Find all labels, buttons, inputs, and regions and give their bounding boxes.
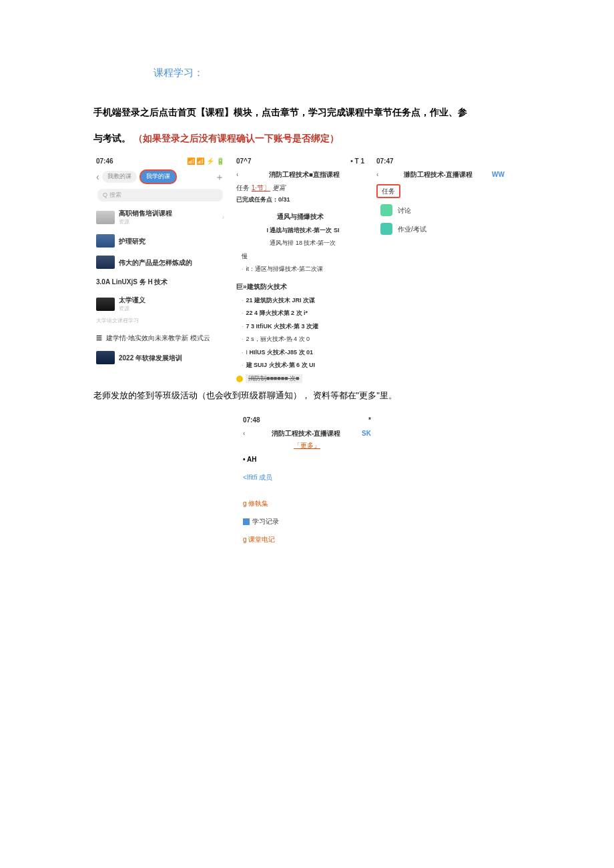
status-dot-icon [236, 376, 243, 382]
chapter-item[interactable]: ·21 建筑防火技木 JRI 次谋 [234, 294, 367, 308]
screenshot-3: 07:47 ‹ 濉防工程技术-直播课程 WW 任务 讨论 作业/考试 [374, 155, 507, 385]
chapter-item[interactable]: I 通战与踏培技术-第一次 SI [234, 224, 367, 238]
folder-label: 建学情·地实效向未来教学新 模式云 [106, 333, 210, 343]
search-input[interactable]: Q 搜索 [97, 189, 223, 202]
course-thumb [96, 234, 115, 248]
more-item-notes[interactable]: g 课堂电记 [240, 530, 374, 548]
chapter-item[interactable]: 通风与排 18 技术-第一次 [234, 237, 367, 250]
homework-icon [380, 223, 392, 235]
back-icon[interactable]: ‹ [96, 170, 99, 184]
tab-my-learning[interactable]: 我学的课 [139, 169, 177, 184]
back-icon[interactable]: ‹ [376, 169, 378, 179]
chapter-item[interactable]: ·I HIlUS 火技术-J85 次 01 [234, 346, 367, 360]
record-icon [243, 518, 250, 525]
progress-text: 已完成任务点：0/31 [234, 194, 367, 206]
screenshot-4-wrap: 07:48 * ‹ 消防工程技术-直播课程 SK 「更多」 • AH <Ifit… [93, 414, 521, 548]
screenshot-4: 07:48 * ‹ 消防工程技术-直播课程 SK 「更多」 • AH <Ifit… [240, 414, 374, 548]
discuss-icon [380, 204, 392, 216]
feature-discuss[interactable]: 讨论 [374, 201, 507, 220]
course-thumb [96, 298, 115, 311]
task-more[interactable]: 更富 [272, 184, 286, 191]
section-title: 课程学习： [154, 67, 521, 79]
instruction-line2a: 与考试。 [93, 133, 131, 143]
more-item-collection[interactable]: g 修執集 [240, 494, 374, 512]
tab-my-teaching[interactable]: 我教的课 [102, 171, 137, 183]
instruction-warning: （如果登录之后没有课程确认一下账号是否绑定） [133, 133, 339, 143]
more-item-label: 学习记录 [252, 518, 279, 525]
status-time: 07:48 [243, 415, 260, 425]
course-sub: 资源 [119, 218, 218, 226]
screenshot-2: 07^7 • T 1 ‹ 消防工程技术■直指课程 任务 1·节〕 更富 已完成任… [234, 155, 367, 385]
chapter-item[interactable]: ·建 SUIJ 火技术-第 6 次 UI [234, 359, 367, 372]
chapter-item[interactable]: ·it：通区与排爆技术-第二次课 [234, 263, 367, 276]
course-thumb [96, 256, 115, 269]
chapter-item-struck[interactable]: 消防制■■■■■■ 次■ [234, 372, 367, 386]
course-thumb [96, 211, 115, 224]
feature-label: 作业/考试 [398, 224, 426, 234]
chevron-right-icon: › [222, 212, 224, 222]
task-row: 任务 1·节〕 更富 [234, 181, 367, 194]
task-button-wrap: 任务 [374, 181, 507, 201]
status-time: 07^7 [236, 156, 252, 166]
course-item-3[interactable]: 伟大的产品是怎样炼成的 [93, 252, 227, 273]
top-nav: ‹ 我教的课 我学的课 ＋ [93, 167, 227, 186]
task-label: 任务 [236, 184, 250, 191]
more-item-records[interactable]: 学习记录 [240, 512, 374, 530]
instruction-line2: 与考试。 （如果登录之后没有课程确认一下账号是否绑定） [93, 125, 521, 151]
status-time: 07:47 [376, 156, 394, 166]
instruction-line1: 手机端登录之后点击首页【课程】模块，点击章节，学习完成课程中章节任务点，作业、参 [93, 99, 521, 125]
struck-text: 消防制■■■■■■ 次■ [246, 374, 302, 384]
status-bar: 07:47 [374, 155, 507, 167]
header: ‹ 消防工程技术■直指课程 [234, 167, 367, 181]
feature-label: 讨论 [398, 205, 411, 215]
more-item-ah[interactable]: • AH [240, 450, 374, 468]
status-bar: 07^7 • T 1 [234, 155, 367, 167]
course-item-4[interactable]: 3.0A LinUXjS 务 H 技术 [93, 273, 227, 291]
course-title: 伟大的产品是怎样炼成的 [119, 258, 192, 268]
back-icon[interactable]: ‹ [236, 169, 238, 179]
menu-icon: ☰ [96, 333, 102, 343]
add-icon[interactable]: ＋ [215, 170, 224, 184]
course-title: 高职销售培训课程 [119, 208, 218, 218]
task-link[interactable]: 1·节〕 [252, 184, 270, 191]
status-bar: 07:48 * [240, 414, 374, 426]
course-title: 太学谨义 [119, 295, 145, 305]
status-bar: 07:46 📶 📶 ⚡ 🔋 [93, 155, 227, 167]
back-icon[interactable]: ‹ [243, 428, 245, 438]
course-item-2[interactable]: 护理研究 [93, 230, 227, 252]
page-title: 消防工程技术-直播课程 [250, 428, 362, 438]
course-thumb [96, 351, 115, 364]
chapter-slow: 慢 [234, 250, 367, 264]
status-right: * [368, 415, 371, 425]
chapter-heading-2: 巨»建筑防火技术 [234, 279, 367, 294]
course-title: 护理研究 [119, 236, 145, 246]
screenshot-1: 07:46 📶 📶 ⚡ 🔋 ‹ 我教的课 我学的课 ＋ Q 搜索 高职销售培训课… [93, 155, 227, 385]
chapter-item[interactable]: ·22 4 降火技术第 2 次 i* [234, 307, 367, 320]
chapter-heading-1: 通风与捅爆技术 [234, 209, 367, 224]
course-item-1[interactable]: 高职销售培训课程 资源 › [93, 204, 227, 230]
caption-text: 老师发放的签到等班级活动（也会收到班级群聊通知）， 资料等都在"更多"里。 [93, 388, 521, 403]
page-title: 消防工程技术■直指课程 [244, 169, 364, 179]
screenshot-row: 07:46 📶 📶 ⚡ 🔋 ‹ 我教的课 我学的课 ＋ Q 搜索 高职销售培训课… [93, 155, 521, 385]
page-title: 濉防工程技术-直播课程 [384, 169, 492, 179]
instruction-text: 手机端登录之后点击首页【课程】模块，点击章节，学习完成课程中章节任务点，作业、参… [93, 99, 521, 151]
course-note: 大学语文课程学习 [93, 317, 227, 329]
header: ‹ 消防工程技术-直播课程 SK [240, 426, 374, 440]
more-link[interactable]: 「更多」 [240, 440, 374, 450]
feature-homework[interactable]: 作业/考试 [374, 220, 507, 238]
status-time: 07:46 [96, 156, 113, 166]
course-sub: 资源 [119, 305, 145, 313]
chapter-item[interactable]: ·7 3 ItfiUK 火技术-第 3 次灌 [234, 320, 367, 334]
header-action[interactable]: SK [362, 428, 371, 438]
course-item-6[interactable]: 2022 年软律发展培训 [93, 347, 227, 368]
header-action[interactable]: WW [492, 169, 505, 179]
status-right: • T 1 [350, 156, 364, 166]
chapter-item[interactable]: ·2 s，丽火技术-热 4 次 0 [234, 333, 367, 346]
course-title: 2022 年软律发展培训 [119, 353, 182, 363]
status-signal: 📶 📶 ⚡ 🔋 [187, 156, 224, 166]
course-item-5[interactable]: 太学谨义 资源 [93, 291, 227, 317]
folder-item[interactable]: ☰ 建学情·地实效向未来教学新 模式云 [93, 329, 227, 347]
task-button[interactable]: 任务 [376, 184, 400, 198]
header: ‹ 濉防工程技术-直播课程 WW [374, 167, 507, 181]
more-item-members[interactable]: <Ifitfi 成员 [240, 468, 374, 486]
